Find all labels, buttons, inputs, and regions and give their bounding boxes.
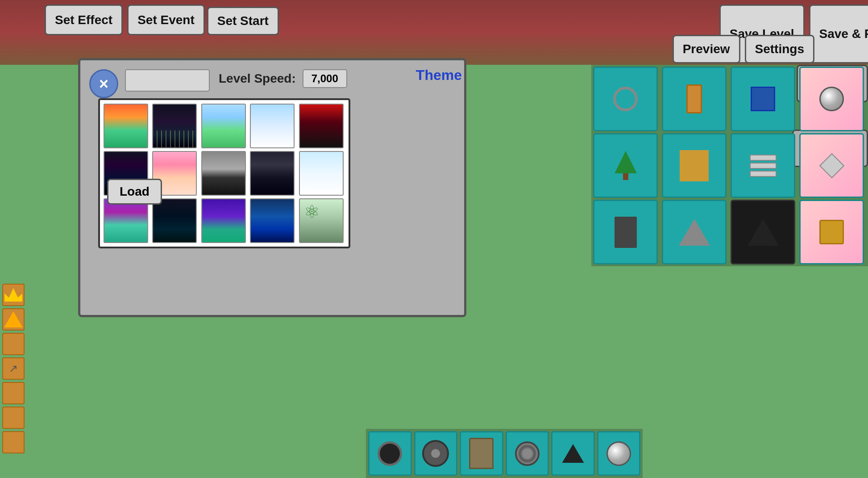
load-button[interactable]: Load <box>107 179 162 205</box>
warning-icon <box>4 311 23 327</box>
bottom-item-gear[interactable] <box>506 431 549 476</box>
stack-icon <box>750 155 777 177</box>
background-grid <box>98 98 350 248</box>
arrow-icon: ↗ <box>9 362 18 375</box>
dark-arrow-icon <box>562 444 584 463</box>
set-effect-button[interactable]: Set Effect <box>45 4 123 35</box>
tile-5[interactable] <box>2 382 25 404</box>
bottom-item-triangle-dark[interactable] <box>551 431 595 476</box>
tile-6[interactable] <box>2 407 25 429</box>
dark-triangle-icon <box>748 219 779 246</box>
bg-thumb-8[interactable] <box>201 151 246 196</box>
diamond-icon <box>819 153 844 178</box>
settings-button[interactable]: Settings <box>745 35 814 63</box>
toolbar-left: Set Effect Set Event Set Start <box>45 4 279 35</box>
panel-item-gate[interactable] <box>662 133 727 198</box>
panel-item-rect[interactable] <box>662 67 727 131</box>
bg-thumb-4[interactable] <box>250 104 295 148</box>
bottom-item-scope[interactable] <box>368 431 412 476</box>
ring-icon <box>613 87 638 111</box>
bottom-item-tower[interactable] <box>460 431 503 476</box>
bg-thumb-12[interactable] <box>152 198 197 243</box>
tree-icon <box>613 151 638 180</box>
tower-icon <box>469 438 494 469</box>
cube-icon <box>751 87 775 111</box>
left-panel: ↗ <box>0 281 27 478</box>
bg-thumb-15[interactable] <box>299 198 344 243</box>
sphere-icon <box>819 87 844 111</box>
crown-icon <box>4 288 22 302</box>
bg-thumb-9[interactable] <box>250 151 295 196</box>
bg-thumb-11[interactable] <box>104 198 148 243</box>
bg-thumb-3[interactable] <box>201 104 246 148</box>
panel-item-tree[interactable] <box>593 133 658 198</box>
gate-icon <box>680 150 709 181</box>
panel-item-triangle-gray[interactable] <box>662 200 727 264</box>
preview-button[interactable]: Preview <box>673 35 740 63</box>
level-speed-label: Level Speed: <box>219 71 296 86</box>
modal-close-button[interactable]: × <box>89 69 118 98</box>
bg-thumb-5[interactable] <box>299 104 344 148</box>
panel-item-triangle-black[interactable] <box>731 200 795 264</box>
bottom-item-disk[interactable] <box>414 431 458 476</box>
scope-icon <box>378 441 402 466</box>
bg-thumb-1[interactable] <box>104 104 148 148</box>
arrow-tile[interactable]: ↗ <box>2 357 25 380</box>
tile-3[interactable] <box>2 333 25 355</box>
bottom-toolbar <box>366 429 643 478</box>
ball-icon <box>606 441 631 466</box>
theme-button[interactable]: Theme <box>416 67 462 84</box>
bg-thumb-2[interactable] <box>152 104 197 148</box>
crown-tile[interactable] <box>2 284 25 306</box>
bg-thumb-14[interactable] <box>250 198 295 243</box>
level-speed-value[interactable]: 7,000 <box>303 69 347 88</box>
panel-item-cube-yellow[interactable] <box>799 200 864 264</box>
panel-item-cube[interactable] <box>731 67 795 131</box>
level-speed-section: Level Speed: 7,000 <box>219 69 347 88</box>
bg-thumb-13[interactable] <box>201 198 246 243</box>
tab-input[interactable] <box>125 69 210 92</box>
pyramid-icon <box>679 219 710 246</box>
toolbar-right: Save Level Save & Play 1 Preview Setting… <box>719 4 814 63</box>
bottom-item-ball[interactable] <box>597 431 641 476</box>
gear-icon <box>515 441 540 466</box>
panel-item-pink[interactable] <box>799 67 864 131</box>
bg-thumb-10[interactable] <box>299 151 344 196</box>
panel-item-castle[interactable] <box>593 200 658 264</box>
panel-item-ring[interactable] <box>593 67 658 131</box>
yellow-cube-icon <box>819 220 844 244</box>
save-play-button[interactable]: Save & Play <box>809 4 868 63</box>
background-selector-modal: × Level Speed: 7,000 Theme Load <box>78 58 466 317</box>
panel-item-diamond[interactable] <box>799 133 864 198</box>
right-panel <box>591 65 868 266</box>
warning-tile[interactable] <box>2 308 25 331</box>
castle-icon <box>615 217 637 248</box>
tile-7[interactable] <box>2 431 25 453</box>
set-event-button[interactable]: Set Event <box>127 4 205 35</box>
panel-item-stack[interactable] <box>731 133 795 198</box>
set-start-button[interactable]: Set Start <box>207 7 279 35</box>
block-icon <box>686 84 702 113</box>
atom-icon <box>300 199 324 224</box>
disk-icon <box>422 440 449 467</box>
